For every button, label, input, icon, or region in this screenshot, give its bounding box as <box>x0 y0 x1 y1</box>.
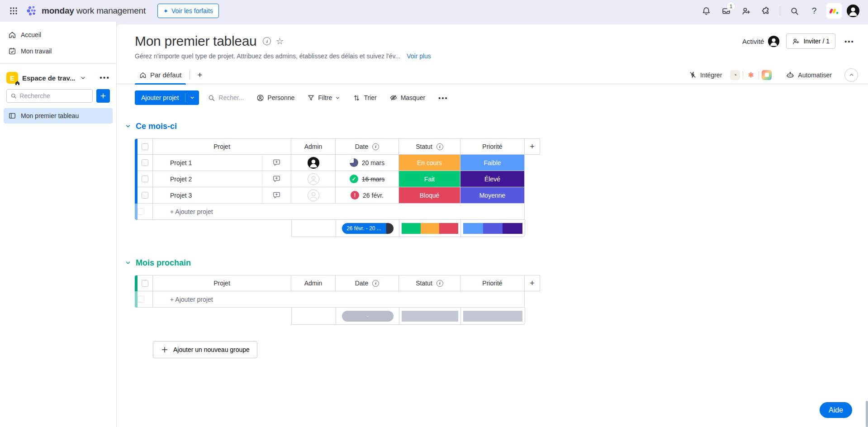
project-cell[interactable]: Projet 3 <box>153 187 291 204</box>
sidebar-add-button[interactable] <box>96 89 110 103</box>
column-header-date[interactable]: Date i <box>336 138 399 155</box>
search-icon[interactable] <box>787 3 802 19</box>
workspace-menu-icon[interactable]: ••• <box>100 74 110 82</box>
toolbar-filter[interactable]: Filtre <box>303 91 344 104</box>
collapse-header-button[interactable] <box>844 68 858 82</box>
project-cell[interactable]: Projet 1 <box>153 155 291 171</box>
see-plans-button[interactable]: ✦ Voir les forfaits <box>157 4 219 18</box>
column-header-priorite[interactable]: Priorité <box>460 138 525 155</box>
summary-status-distribution[interactable] <box>399 308 461 325</box>
toolbar-more-icon[interactable]: ••• <box>434 91 453 104</box>
column-header-statut[interactable]: Statut i <box>399 138 460 155</box>
column-header-priorite[interactable]: Priorité <box>460 275 525 291</box>
invite-button[interactable]: Inviter / 1 <box>786 33 835 49</box>
sidebar-search-input[interactable] <box>19 92 89 100</box>
home-icon <box>139 71 147 79</box>
board-toolbar: Ajouter projet Recher... <box>117 84 868 110</box>
summary-status-distribution[interactable] <box>399 220 461 237</box>
toolbar-sort[interactable]: Trier <box>349 91 380 104</box>
add-project-row-label[interactable]: + Ajouter projet <box>153 296 213 303</box>
priority-cell[interactable]: Moyenne <box>460 187 525 204</box>
add-project-row-label[interactable]: + Ajouter projet <box>153 208 213 215</box>
group-collapse-icon[interactable] <box>125 260 131 266</box>
apps-grid-icon[interactable] <box>6 4 21 18</box>
group-summary-row: - <box>291 308 541 325</box>
toolbar-hide[interactable]: Masquer <box>385 91 429 104</box>
add-conversation-icon[interactable] <box>262 187 291 203</box>
status-cell[interactable]: Bloqué <box>399 187 460 204</box>
summary-priority-distribution[interactable] <box>461 308 525 325</box>
sidebar-search[interactable] <box>6 89 93 103</box>
table-row: Projet 1 <box>135 155 541 171</box>
plus-icon <box>161 346 169 354</box>
column-header-admin[interactable]: Admin <box>291 275 336 291</box>
select-all-checkbox[interactable] <box>142 280 148 287</box>
column-header-projet[interactable]: Projet <box>153 275 291 291</box>
group-title[interactable]: Mois prochain <box>136 258 191 268</box>
integration-app-icons: ◔ ✱ <box>730 70 772 80</box>
sidebar-item-board[interactable]: Mon premier tableau <box>4 108 113 123</box>
automate-button[interactable]: Automatiser <box>783 69 835 81</box>
add-project-row[interactable]: + Ajouter projet <box>135 204 541 220</box>
add-column-button[interactable]: + <box>525 275 540 291</box>
help-button[interactable]: Aide <box>820 402 852 418</box>
monday-mark-icon[interactable] <box>826 3 842 19</box>
toolbar-search[interactable]: Recher... <box>204 91 248 104</box>
admin-cell[interactable] <box>291 155 336 171</box>
add-project-row[interactable]: + Ajouter projet <box>135 291 541 308</box>
invite-members-icon[interactable] <box>738 3 754 19</box>
status-cell[interactable]: En cours <box>399 155 460 171</box>
add-group-button[interactable]: Ajouter un nouveau groupe <box>153 341 257 358</box>
project-cell[interactable]: Projet 2 <box>153 171 291 187</box>
date-cell[interactable]: ✓ 16 mars <box>336 171 399 187</box>
group-ce-mois-ci: Ce mois-ci Projet Admin Date i <box>135 119 868 237</box>
column-header-projet[interactable]: Projet <box>153 138 291 155</box>
group-title[interactable]: Ce mois-ci <box>136 122 177 131</box>
add-conversation-icon[interactable] <box>262 171 291 187</box>
workspace-switcher[interactable]: E Espace de trav... ••• <box>0 68 116 88</box>
add-project-caret-icon[interactable] <box>185 90 199 105</box>
column-header-statut[interactable]: Statut i <box>399 275 460 291</box>
sidebar-item-home[interactable]: Accueil <box>4 27 113 43</box>
tab-default-view[interactable]: Par défaut <box>135 66 186 84</box>
admin-cell[interactable] <box>291 171 336 187</box>
summary-date-range[interactable]: 26 févr. - 20 ... <box>336 220 399 237</box>
inbox-icon[interactable]: 1 <box>718 3 734 19</box>
column-header-date[interactable]: Date i <box>336 275 399 291</box>
board-info-icon[interactable]: i <box>263 37 271 45</box>
select-all-checkbox[interactable] <box>142 143 148 150</box>
scrollbar-thumb[interactable] <box>866 401 868 427</box>
sidebar-item-my-work[interactable]: Mon travail <box>4 43 113 59</box>
help-icon[interactable]: ? <box>806 3 822 19</box>
row-checkbox <box>138 208 144 215</box>
board-menu-icon[interactable]: ••• <box>842 33 857 49</box>
priority-cell[interactable]: Faible <box>460 155 525 171</box>
priority-cell[interactable]: Élevé <box>460 171 525 187</box>
add-conversation-icon[interactable] <box>262 155 291 171</box>
date-cell[interactable]: 20 mars <box>336 155 399 171</box>
monday-logo[interactable]: monday work management <box>26 5 146 17</box>
group-collapse-icon[interactable] <box>125 123 131 129</box>
row-checkbox[interactable] <box>142 192 148 199</box>
group-summary-row: 26 févr. - 20 ... <box>291 220 541 237</box>
date-cell[interactable]: ! 26 févr. <box>336 187 399 204</box>
summary-date-range[interactable]: - <box>336 308 399 325</box>
admin-cell[interactable] <box>291 187 336 204</box>
add-view-button[interactable]: + <box>194 70 206 80</box>
notifications-bell-icon[interactable] <box>698 3 714 19</box>
row-checkbox[interactable] <box>142 159 148 166</box>
favorite-star-icon[interactable]: ☆ <box>275 37 284 46</box>
sidebar-item-board-label: Mon premier tableau <box>21 112 79 119</box>
summary-priority-distribution[interactable] <box>461 220 525 237</box>
integrate-button[interactable]: Intégrer <box>685 69 726 81</box>
column-header-admin[interactable]: Admin <box>291 138 336 155</box>
user-avatar[interactable] <box>846 4 860 18</box>
toolbar-person-filter[interactable]: Personne <box>252 91 299 104</box>
row-checkbox[interactable] <box>142 176 148 182</box>
see-more-link[interactable]: Voir plus <box>407 52 431 60</box>
status-cell[interactable]: Fait <box>399 171 460 187</box>
apps-marketplace-icon[interactable] <box>758 3 773 19</box>
add-column-button[interactable]: + <box>525 138 540 155</box>
add-project-button[interactable]: Ajouter projet <box>135 90 199 105</box>
activity-button[interactable]: Activité <box>742 35 780 47</box>
